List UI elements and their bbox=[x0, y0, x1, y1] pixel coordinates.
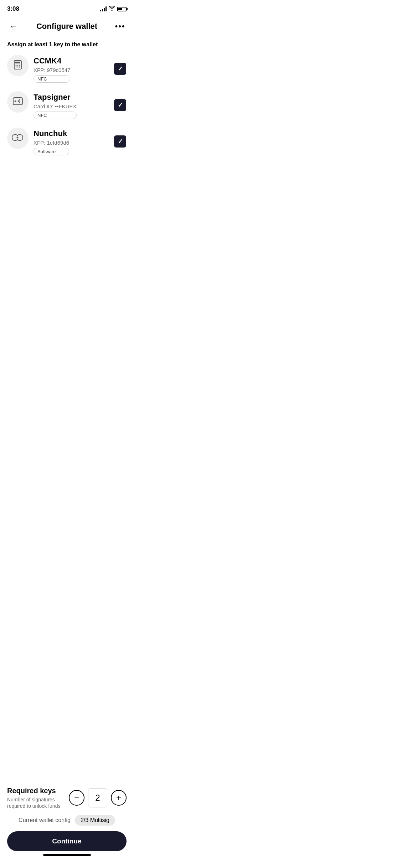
more-options-button[interactable]: ••• bbox=[114, 20, 127, 33]
status-icons bbox=[100, 6, 127, 12]
key-name-nunchuk: Nunchuk bbox=[34, 129, 69, 138]
back-button[interactable]: ← bbox=[7, 20, 20, 33]
key-card-id-tapsigner: Card ID: ••FKUEX bbox=[34, 103, 77, 109]
checkmark-icon-nunchuk: ✓ bbox=[118, 138, 123, 145]
key-xfp-nunchuk: XFP: 1efd69d6 bbox=[34, 140, 69, 146]
key-item-ccmk4[interactable]: CCMK4 XFP: 979c0547 NFC ✓ bbox=[7, 55, 127, 83]
checkbox-checked-ccmk4: ✓ bbox=[114, 63, 126, 75]
key-badge-nunchuk: Software bbox=[34, 148, 69, 155]
tap-card-icon bbox=[12, 96, 24, 108]
key-name-tapsigner: Tapsigner bbox=[34, 93, 77, 102]
battery-icon bbox=[117, 7, 127, 11]
nunchuk-logo-icon bbox=[11, 134, 24, 143]
wifi-icon bbox=[109, 6, 115, 12]
page-title: Configure wallet bbox=[36, 22, 97, 31]
status-time: 3:08 bbox=[7, 5, 19, 12]
header: ← Configure wallet ••• bbox=[0, 16, 134, 38]
signal-icon bbox=[100, 6, 107, 11]
key-badge-ccmk4: NFC bbox=[34, 75, 70, 83]
checkbox-tapsigner[interactable]: ✓ bbox=[114, 99, 127, 112]
checkbox-nunchuk[interactable]: ✓ bbox=[114, 135, 127, 148]
svg-point-2 bbox=[16, 65, 17, 66]
svg-point-5 bbox=[16, 67, 17, 68]
calculator-icon bbox=[13, 60, 23, 71]
svg-point-9 bbox=[17, 137, 19, 139]
checkbox-ccmk4[interactable]: ✓ bbox=[114, 62, 127, 75]
key-xfp-ccmk4: XFP: 979c0547 bbox=[34, 67, 70, 73]
status-bar: 3:08 bbox=[0, 0, 134, 16]
content: Assign at least 1 key to the wallet bbox=[0, 38, 134, 155]
key-icon-ccmk4 bbox=[7, 55, 29, 76]
key-badge-tapsigner: NFC bbox=[34, 112, 77, 119]
key-item-tapsigner[interactable]: Tapsigner Card ID: ••FKUEX NFC ✓ bbox=[7, 91, 127, 119]
svg-rect-1 bbox=[15, 62, 20, 63]
key-icon-nunchuk bbox=[7, 128, 29, 149]
key-name-ccmk4: CCMK4 bbox=[34, 56, 70, 66]
svg-point-3 bbox=[17, 65, 19, 66]
more-icon: ••• bbox=[115, 22, 125, 31]
checkmark-icon-ccmk4: ✓ bbox=[118, 65, 123, 73]
svg-point-4 bbox=[19, 65, 20, 66]
key-item-nunchuk[interactable]: Nunchuk XFP: 1efd69d6 Software ✓ bbox=[7, 128, 127, 155]
svg-point-6 bbox=[17, 67, 19, 68]
key-icon-tapsigner bbox=[7, 91, 29, 113]
checkbox-checked-nunchuk: ✓ bbox=[114, 135, 126, 148]
checkmark-icon-tapsigner: ✓ bbox=[118, 101, 123, 109]
assign-label: Assign at least 1 key to the wallet bbox=[7, 41, 127, 48]
svg-point-7 bbox=[19, 67, 20, 68]
checkbox-checked-tapsigner: ✓ bbox=[114, 99, 126, 111]
back-arrow-icon: ← bbox=[9, 21, 18, 31]
